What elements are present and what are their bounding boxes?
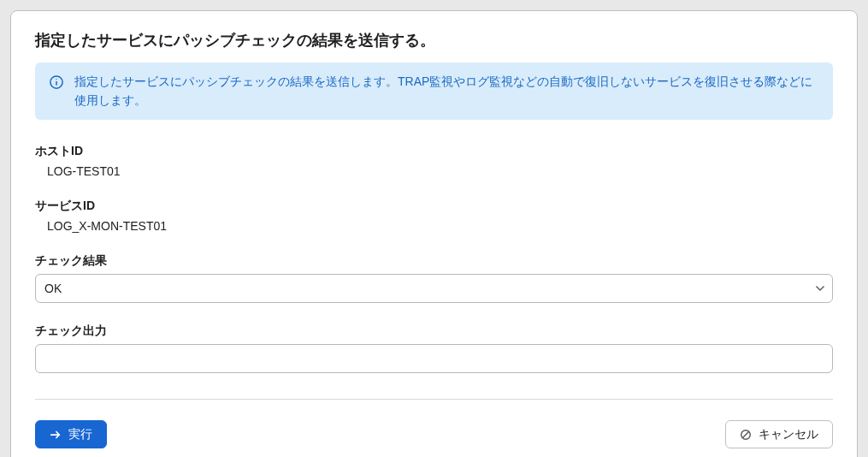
execute-button-label: 実行 xyxy=(68,427,92,442)
check-output-input[interactable] xyxy=(35,344,833,373)
info-text: 指定したサービスにパッシブチェックの結果を送信します。TRAP監視やログ監視など… xyxy=(74,73,819,110)
actions-row: 実行 キャンセル xyxy=(35,420,833,448)
host-id-label: ホストID xyxy=(35,144,833,159)
host-id-field: ホストID LOG-TEST01 xyxy=(35,144,833,178)
svg-line-4 xyxy=(743,431,749,437)
check-result-select[interactable]: OK xyxy=(35,274,833,303)
host-id-value: LOG-TEST01 xyxy=(35,164,833,178)
divider xyxy=(35,399,833,400)
execute-button[interactable]: 実行 xyxy=(35,420,107,448)
panel-title: 指定したサービスにパッシブチェックの結果を送信する。 xyxy=(35,30,833,50)
check-output-field: チェック出力 xyxy=(35,323,833,373)
info-icon xyxy=(49,74,64,90)
passive-check-panel: 指定したサービスにパッシブチェックの結果を送信する。 指定したサービスにパッシブ… xyxy=(10,10,858,457)
check-result-field: チェック結果 OK xyxy=(35,253,833,303)
cancel-icon xyxy=(740,429,752,441)
cancel-button-label: キャンセル xyxy=(759,427,818,442)
service-id-field: サービスID LOG_X-MON-TEST01 xyxy=(35,199,833,233)
arrow-right-icon xyxy=(50,429,62,441)
svg-point-2 xyxy=(56,79,56,80)
check-output-label: チェック出力 xyxy=(35,323,833,339)
service-id-value: LOG_X-MON-TEST01 xyxy=(35,219,833,233)
service-id-label: サービスID xyxy=(35,199,833,214)
cancel-button[interactable]: キャンセル xyxy=(725,420,833,448)
info-banner: 指定したサービスにパッシブチェックの結果を送信します。TRAP監視やログ監視など… xyxy=(35,62,833,120)
check-result-label: チェック結果 xyxy=(35,253,833,269)
